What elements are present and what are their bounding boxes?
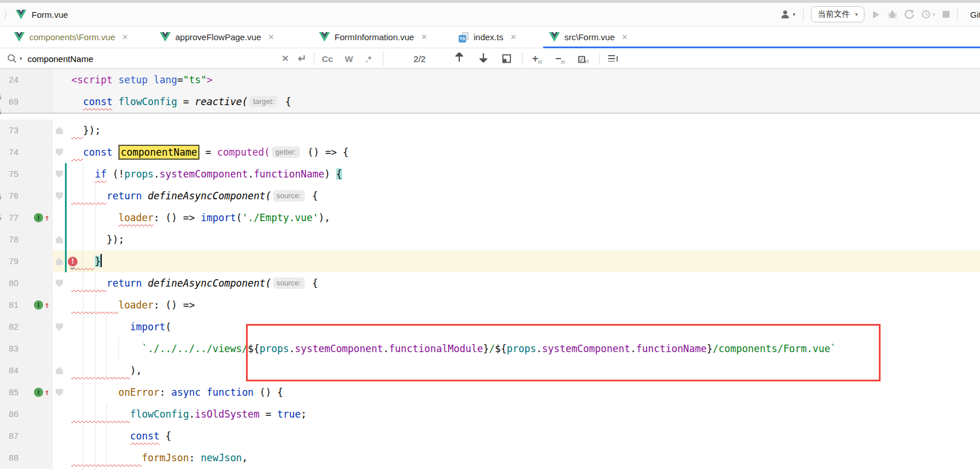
gutter: 80: [0, 272, 53, 294]
error-intention-bulb-icon[interactable]: !: [68, 257, 78, 267]
clipped-text-fragment: 6: [0, 92, 1, 102]
profiler-button[interactable]: ▾: [921, 10, 935, 19]
gutter-icon-area: [26, 447, 53, 469]
line-number[interactable]: 82: [0, 316, 26, 338]
code-line[interactable]: 85I↑ onError: async function () {: [0, 381, 980, 403]
close-icon[interactable]: ✕: [268, 33, 274, 41]
tab-src-form-vue-active[interactable]: src\Form.vue ✕: [543, 26, 652, 48]
fold-end-icon[interactable]: [56, 236, 63, 244]
overrides-marker-icon[interactable]: I↑: [34, 300, 49, 310]
arrow-down-icon: [479, 52, 487, 62]
user-account-button[interactable]: ▾: [781, 10, 795, 19]
run-configuration-selector[interactable]: 当前文件 ▾: [811, 6, 865, 22]
fold-end-icon[interactable]: [56, 367, 63, 375]
line-number[interactable]: 88: [0, 447, 26, 469]
overrides-marker-icon[interactable]: I↑: [34, 213, 49, 222]
vcs-changed-lines-marker[interactable]: [65, 163, 67, 272]
open-in-find-window-button[interactable]: [502, 54, 511, 63]
newline-icon[interactable]: ↵: [298, 52, 306, 65]
code-line[interactable]: 69 const flowConfig = reactive(target: {: [0, 91, 980, 113]
sticky-lines-panel: 24<script setup lang="ts">69 const flowC…: [0, 69, 980, 114]
code-line[interactable]: 79 }: [0, 250, 980, 272]
previous-occurrence-button[interactable]: [455, 52, 463, 64]
tab-components-form-vue[interactable]: components\Form.vue ✕: [8, 26, 148, 48]
add-occurrence-button[interactable]: +II: [532, 52, 543, 64]
code-line[interactable]: 75 if (!props.systemComponent.functionNa…: [0, 163, 980, 185]
breadcrumb-chevron-icon[interactable]: 〉: [3, 9, 12, 20]
vue-logo-icon: [16, 10, 26, 20]
search-field-border: [383, 51, 383, 66]
code-line[interactable]: 77I↑ loader: () => import('./Empty.vue')…: [0, 207, 980, 229]
search-input[interactable]: componentName: [28, 53, 93, 63]
fold-start-icon[interactable]: [56, 323, 63, 331]
fold-end-icon[interactable]: [56, 258, 63, 265]
line-number[interactable]: 80: [0, 272, 26, 294]
close-icon[interactable]: ✕: [122, 33, 128, 41]
whole-words-toggle[interactable]: W: [345, 53, 353, 63]
code-line[interactable]: 81I↑ loader: () =>: [0, 294, 980, 316]
remove-occurrence-button[interactable]: −II: [555, 52, 566, 64]
code-line[interactable]: 82 import(: [0, 316, 980, 338]
code-editor[interactable]: 24<script setup lang="ts">69 const flowC…: [0, 69, 980, 470]
code-line[interactable]: 73 });: [0, 119, 980, 141]
code-line[interactable]: 86 flowConfig.isOldSystem = true;: [0, 403, 980, 425]
next-occurrence-button[interactable]: [479, 52, 487, 64]
line-number[interactable]: 24: [0, 69, 26, 91]
line-number[interactable]: 79: [0, 250, 26, 272]
line-number[interactable]: 78: [0, 229, 26, 250]
close-icon[interactable]: ✕: [510, 33, 517, 41]
code-token: [148, 74, 153, 86]
line-number[interactable]: 86: [0, 403, 26, 425]
code-line[interactable]: 24<script setup lang="ts">: [0, 69, 980, 91]
fold-end-icon[interactable]: [56, 127, 63, 134]
code-text: const componentName = computed(getter: (…: [66, 141, 349, 163]
code-token: ),: [130, 365, 141, 376]
search-in-selection-button[interactable]: I: [608, 53, 618, 64]
code-line[interactable]: 74 const componentName = computed(getter…: [0, 141, 980, 163]
gutter: 86: [0, 403, 53, 425]
code-line[interactable]: 78 });: [0, 229, 980, 250]
close-icon[interactable]: ✕: [421, 33, 427, 41]
search-history-button[interactable]: ▾: [7, 53, 22, 64]
line-number[interactable]: 75: [0, 163, 26, 185]
fold-start-icon[interactable]: [56, 389, 63, 396]
regex-toggle[interactable]: .*: [366, 53, 371, 63]
line-number[interactable]: 81: [0, 294, 26, 316]
line-number[interactable]: 76: [0, 185, 26, 207]
code-token: './Empty.vue': [242, 212, 318, 223]
code-line[interactable]: 88 formJson: newJson,: [0, 447, 980, 469]
tab-index-ts[interactable]: TS index.ts ✕: [453, 26, 529, 48]
code-line[interactable]: 87 const {: [0, 425, 980, 447]
tab-approve-flow-page[interactable]: approveFlowPage.vue ✕: [154, 26, 287, 48]
line-number[interactable]: 84: [0, 360, 26, 381]
fold-start-icon[interactable]: [56, 192, 63, 200]
code-line[interactable]: 84 ),: [0, 360, 980, 381]
tab-form-information[interactable]: FormInformation.vue ✕: [313, 26, 448, 48]
select-all-occurrences-button[interactable]: ✓II: [578, 53, 589, 64]
line-number[interactable]: 87: [0, 425, 26, 447]
line-number[interactable]: 74: [0, 141, 26, 163]
line-number[interactable]: 77: [0, 207, 26, 229]
git-menu[interactable]: Git: [970, 10, 980, 20]
code-line[interactable]: 80 return defineAsyncComponent(source: {: [0, 272, 980, 294]
code-token: {: [306, 190, 318, 202]
clear-search-icon[interactable]: ✕: [282, 53, 289, 64]
line-number[interactable]: 85: [0, 381, 26, 403]
code-line[interactable]: 83 `./../../../views/${props.systemCompo…: [0, 338, 980, 360]
fold-start-icon[interactable]: [56, 149, 63, 156]
line-number[interactable]: 73: [0, 119, 26, 141]
match-case-toggle[interactable]: Cc: [322, 53, 333, 63]
run-with-coverage-button[interactable]: [905, 10, 914, 19]
overrides-marker-icon[interactable]: I↑: [34, 388, 49, 397]
line-number[interactable]: 69: [0, 91, 26, 113]
code-line[interactable]: 76 return defineAsyncComponent(source: {: [0, 185, 980, 207]
close-icon[interactable]: ✕: [622, 33, 628, 41]
code-token: newJson: [201, 452, 242, 464]
debug-button[interactable]: [887, 10, 897, 19]
stop-button[interactable]: [943, 11, 950, 18]
fold-start-icon[interactable]: [56, 280, 63, 287]
fold-start-icon[interactable]: [56, 171, 63, 178]
line-number[interactable]: 83: [0, 338, 26, 360]
run-button[interactable]: [872, 10, 880, 19]
code-token: {: [160, 430, 171, 442]
